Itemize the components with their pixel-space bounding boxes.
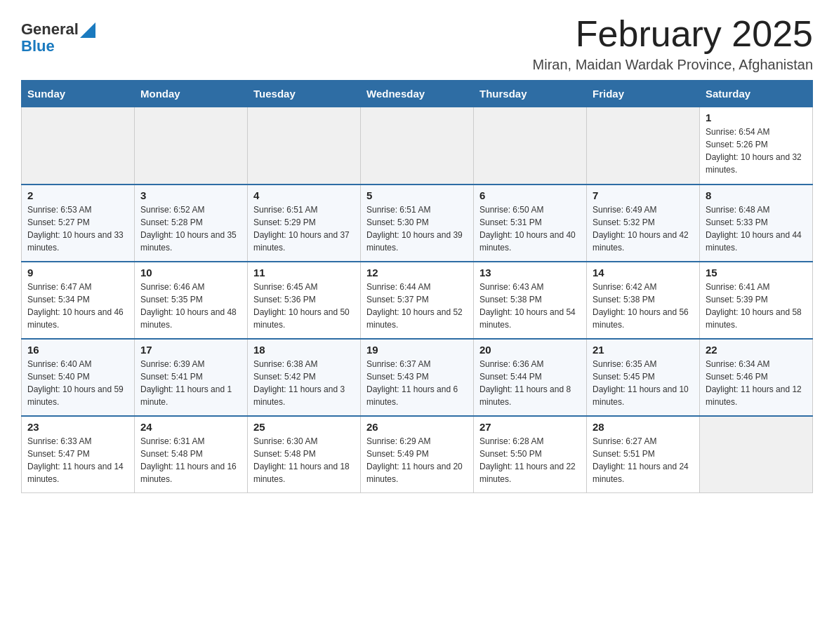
day-info: Sunrise: 6:28 AMSunset: 5:50 PMDaylight:… — [479, 435, 581, 485]
month-title: February 2025 — [533, 14, 813, 54]
table-row: 16Sunrise: 6:40 AMSunset: 5:40 PMDayligh… — [22, 339, 135, 416]
logo-text-general: General — [21, 21, 79, 38]
table-row: 5Sunrise: 6:51 AMSunset: 5:30 PMDaylight… — [361, 185, 474, 262]
table-row: 1Sunrise: 6:54 AMSunset: 5:26 PMDaylight… — [700, 107, 813, 185]
table-row: 3Sunrise: 6:52 AMSunset: 5:28 PMDaylight… — [135, 185, 248, 262]
table-row: 9Sunrise: 6:47 AMSunset: 5:34 PMDaylight… — [22, 262, 135, 339]
day-number: 11 — [253, 267, 355, 279]
table-row: 18Sunrise: 6:38 AMSunset: 5:42 PMDayligh… — [248, 339, 361, 416]
header-monday: Monday — [135, 81, 248, 107]
header-saturday: Saturday — [700, 81, 813, 107]
table-row: 21Sunrise: 6:35 AMSunset: 5:45 PMDayligh… — [587, 339, 700, 416]
day-info: Sunrise: 6:44 AMSunset: 5:37 PMDaylight:… — [366, 281, 468, 331]
calendar-week-3: 9Sunrise: 6:47 AMSunset: 5:34 PMDaylight… — [22, 262, 813, 339]
day-number: 2 — [27, 189, 128, 201]
day-number: 17 — [140, 344, 241, 356]
day-number: 7 — [593, 189, 694, 201]
table-row: 12Sunrise: 6:44 AMSunset: 5:37 PMDayligh… — [361, 262, 474, 339]
day-number: 10 — [140, 267, 241, 279]
day-number: 19 — [366, 344, 468, 356]
day-info: Sunrise: 6:42 AMSunset: 5:38 PMDaylight:… — [593, 281, 694, 331]
day-number: 9 — [27, 267, 128, 279]
day-info: Sunrise: 6:52 AMSunset: 5:28 PMDaylight:… — [140, 203, 241, 254]
page-header: General Blue February 2025 Miran, Maidan… — [21, 14, 813, 73]
table-row: 7Sunrise: 6:49 AMSunset: 5:32 PMDaylight… — [587, 185, 700, 262]
day-number: 20 — [479, 344, 581, 356]
calendar-week-5: 23Sunrise: 6:33 AMSunset: 5:47 PMDayligh… — [22, 416, 813, 493]
title-area: February 2025 Miran, Maidan Wardak Provi… — [533, 14, 813, 73]
day-info: Sunrise: 6:53 AMSunset: 5:27 PMDaylight:… — [27, 203, 128, 254]
table-row: 6Sunrise: 6:50 AMSunset: 5:31 PMDaylight… — [474, 185, 587, 262]
day-number: 4 — [253, 189, 355, 201]
svg-marker-0 — [80, 22, 95, 38]
day-info: Sunrise: 6:30 AMSunset: 5:48 PMDaylight:… — [253, 435, 355, 485]
day-info: Sunrise: 6:27 AMSunset: 5:51 PMDaylight:… — [593, 435, 694, 485]
day-number: 25 — [253, 421, 355, 433]
header-friday: Friday — [587, 81, 700, 107]
table-row: 15Sunrise: 6:41 AMSunset: 5:39 PMDayligh… — [700, 262, 813, 339]
table-row: 23Sunrise: 6:33 AMSunset: 5:47 PMDayligh… — [22, 416, 135, 493]
logo-text-blue: Blue — [21, 37, 55, 55]
table-row — [587, 107, 700, 185]
day-number: 12 — [366, 267, 468, 279]
day-info: Sunrise: 6:29 AMSunset: 5:49 PMDaylight:… — [366, 435, 468, 485]
day-info: Sunrise: 6:51 AMSunset: 5:29 PMDaylight:… — [253, 203, 355, 254]
table-row — [361, 107, 474, 185]
day-number: 14 — [593, 267, 694, 279]
day-number: 5 — [366, 189, 468, 201]
day-info: Sunrise: 6:54 AMSunset: 5:26 PMDaylight:… — [706, 126, 807, 176]
table-row — [248, 107, 361, 185]
day-number: 6 — [479, 189, 581, 201]
location-subtitle: Miran, Maidan Wardak Province, Afghanist… — [533, 57, 813, 73]
day-info: Sunrise: 6:35 AMSunset: 5:45 PMDaylight:… — [593, 358, 694, 408]
header-thursday: Thursday — [474, 81, 587, 107]
day-info: Sunrise: 6:37 AMSunset: 5:43 PMDaylight:… — [366, 358, 468, 408]
day-number: 23 — [27, 421, 128, 433]
day-number: 27 — [479, 421, 581, 433]
day-info: Sunrise: 6:49 AMSunset: 5:32 PMDaylight:… — [593, 203, 694, 254]
table-row — [474, 107, 587, 185]
calendar-header-row: Sunday Monday Tuesday Wednesday Thursday… — [22, 81, 813, 107]
table-row: 25Sunrise: 6:30 AMSunset: 5:48 PMDayligh… — [248, 416, 361, 493]
table-row: 27Sunrise: 6:28 AMSunset: 5:50 PMDayligh… — [474, 416, 587, 493]
day-number: 21 — [593, 344, 694, 356]
day-info: Sunrise: 6:46 AMSunset: 5:35 PMDaylight:… — [140, 281, 241, 331]
day-number: 15 — [706, 267, 807, 279]
day-number: 13 — [479, 267, 581, 279]
table-row: 10Sunrise: 6:46 AMSunset: 5:35 PMDayligh… — [135, 262, 248, 339]
day-number: 3 — [140, 189, 241, 201]
day-info: Sunrise: 6:47 AMSunset: 5:34 PMDaylight:… — [27, 281, 128, 331]
day-info: Sunrise: 6:39 AMSunset: 5:41 PMDaylight:… — [140, 358, 241, 408]
table-row: 4Sunrise: 6:51 AMSunset: 5:29 PMDaylight… — [248, 185, 361, 262]
day-number: 24 — [140, 421, 241, 433]
calendar-week-1: 1Sunrise: 6:54 AMSunset: 5:26 PMDaylight… — [22, 107, 813, 185]
day-info: Sunrise: 6:41 AMSunset: 5:39 PMDaylight:… — [706, 281, 807, 331]
day-info: Sunrise: 6:51 AMSunset: 5:30 PMDaylight:… — [366, 203, 468, 254]
day-number: 26 — [366, 421, 468, 433]
table-row — [22, 107, 135, 185]
day-number: 16 — [27, 344, 128, 356]
table-row: 2Sunrise: 6:53 AMSunset: 5:27 PMDaylight… — [22, 185, 135, 262]
day-number: 1 — [706, 112, 807, 123]
table-row: 11Sunrise: 6:45 AMSunset: 5:36 PMDayligh… — [248, 262, 361, 339]
day-info: Sunrise: 6:36 AMSunset: 5:44 PMDaylight:… — [479, 358, 581, 408]
day-number: 28 — [593, 421, 694, 433]
logo-triangle-icon — [80, 22, 95, 38]
header-sunday: Sunday — [22, 81, 135, 107]
day-info: Sunrise: 6:34 AMSunset: 5:46 PMDaylight:… — [706, 358, 807, 408]
table-row: 8Sunrise: 6:48 AMSunset: 5:33 PMDaylight… — [700, 185, 813, 262]
table-row: 14Sunrise: 6:42 AMSunset: 5:38 PMDayligh… — [587, 262, 700, 339]
day-number: 8 — [706, 189, 807, 201]
header-wednesday: Wednesday — [361, 81, 474, 107]
day-info: Sunrise: 6:40 AMSunset: 5:40 PMDaylight:… — [27, 358, 128, 408]
table-row: 24Sunrise: 6:31 AMSunset: 5:48 PMDayligh… — [135, 416, 248, 493]
table-row: 20Sunrise: 6:36 AMSunset: 5:44 PMDayligh… — [474, 339, 587, 416]
day-info: Sunrise: 6:33 AMSunset: 5:47 PMDaylight:… — [27, 435, 128, 485]
day-info: Sunrise: 6:48 AMSunset: 5:33 PMDaylight:… — [706, 203, 807, 254]
table-row: 22Sunrise: 6:34 AMSunset: 5:46 PMDayligh… — [700, 339, 813, 416]
calendar-table: Sunday Monday Tuesday Wednesday Thursday… — [21, 80, 813, 493]
calendar-week-4: 16Sunrise: 6:40 AMSunset: 5:40 PMDayligh… — [22, 339, 813, 416]
day-info: Sunrise: 6:43 AMSunset: 5:38 PMDaylight:… — [479, 281, 581, 331]
day-info: Sunrise: 6:50 AMSunset: 5:31 PMDaylight:… — [479, 203, 581, 254]
day-info: Sunrise: 6:31 AMSunset: 5:48 PMDaylight:… — [140, 435, 241, 485]
